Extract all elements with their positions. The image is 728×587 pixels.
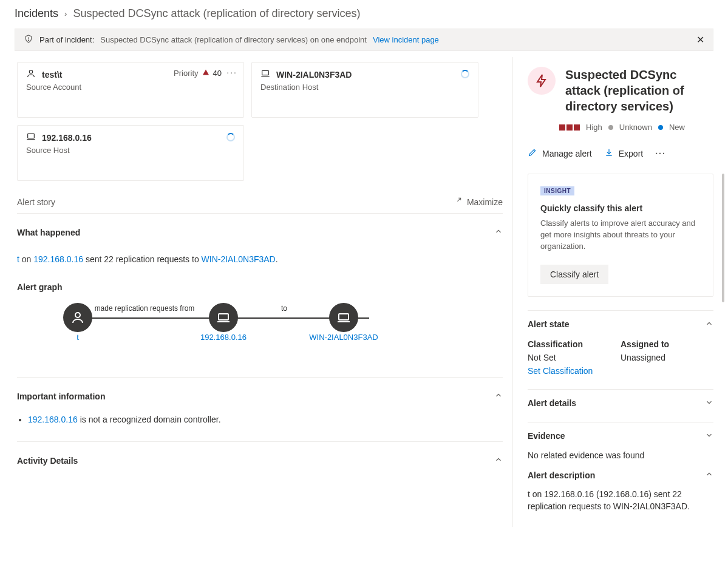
- alert-state-section: Alert state Classification Not Set Set C…: [528, 310, 713, 376]
- loading-spinner-icon: [226, 133, 235, 141]
- breadcrumb-root[interactable]: Incidents: [15, 7, 58, 20]
- destination-host-card[interactable]: WIN-2IAL0N3F3AD Destination Host: [251, 62, 478, 118]
- alert-badges: High Unknown New: [559, 123, 728, 141]
- pencil-icon: [528, 148, 537, 159]
- svg-rect-7: [339, 314, 349, 320]
- user-icon: [63, 303, 92, 332]
- entity-cards: test\t Source Account Priority 40 ···: [17, 62, 503, 181]
- classification-value: Not Set: [528, 353, 621, 362]
- section-title: Important information: [17, 392, 105, 401]
- status-dot-icon: [608, 125, 613, 130]
- section-title: Alert description: [528, 470, 595, 480]
- alert-details-section: Alert details: [528, 389, 713, 409]
- chevron-up-icon: [494, 455, 503, 466]
- alert-description-header[interactable]: Alert description: [528, 470, 713, 480]
- section-title: Evidence: [528, 431, 565, 441]
- evidence-section: Evidence No related evidence was found: [528, 422, 713, 462]
- scrollbar[interactable]: [722, 174, 724, 512]
- alert-details-header[interactable]: Alert details: [528, 398, 713, 409]
- node-label[interactable]: t: [77, 333, 79, 342]
- important-info-header[interactable]: Important information: [17, 391, 503, 401]
- manage-alert-label: Manage alert: [542, 149, 592, 158]
- export-button[interactable]: Export: [604, 148, 643, 159]
- section-title: What happened: [17, 228, 80, 237]
- loading-spinner-icon: [461, 70, 469, 78]
- insight-body: Classify alerts to improve alert accurac…: [540, 218, 701, 253]
- severity-label: High: [586, 123, 602, 132]
- svg-point-2: [29, 70, 32, 73]
- maximize-label: Maximize: [467, 197, 503, 207]
- section-title: Activity Details: [17, 456, 78, 466]
- assigned-value: Unassigned: [621, 353, 713, 362]
- banner-body: Suspected DCSync attack (replication of …: [100, 35, 367, 44]
- alert-graph-header: Alert graph: [17, 282, 503, 292]
- export-label: Export: [619, 149, 643, 158]
- svg-rect-3: [262, 70, 269, 75]
- card-title: test\t: [42, 70, 62, 80]
- alert-state-header[interactable]: Alert state: [528, 319, 713, 330]
- alert-graph: made replication requests from to t 192.…: [17, 303, 503, 370]
- breadcrumb-separator: ›: [64, 9, 67, 18]
- what-happened-body: t on 192.168.0.16 sent 22 replication re…: [17, 254, 503, 264]
- source-account-card[interactable]: test\t Source Account Priority 40 ···: [17, 62, 244, 118]
- classify-alert-button[interactable]: Classify alert: [540, 265, 608, 284]
- evidence-header[interactable]: Evidence: [528, 431, 713, 441]
- graph-node-user[interactable]: t: [41, 303, 114, 342]
- chevron-up-icon: [705, 319, 713, 330]
- priority-value: 40: [213, 69, 222, 78]
- state-badge: New: [669, 123, 685, 132]
- insight-card: INSIGHT Quickly classify this alert Clas…: [528, 174, 713, 297]
- set-classification-link[interactable]: Set Classification: [528, 366, 593, 376]
- activity-details-header[interactable]: Activity Details: [17, 455, 503, 466]
- svg-rect-4: [28, 134, 35, 138]
- laptop-icon: [260, 69, 270, 80]
- chevron-down-icon: [705, 398, 713, 409]
- what-happened-header[interactable]: What happened: [17, 227, 503, 237]
- ip-link[interactable]: 192.168.0.16: [28, 415, 78, 424]
- banner-prefix: Part of incident:: [39, 35, 94, 44]
- graph-node-source-host[interactable]: 192.168.0.16: [187, 303, 260, 342]
- svg-point-5: [75, 313, 80, 317]
- alert-title: Suspected DCSync attack (replication of …: [565, 67, 713, 114]
- chevron-up-icon: [705, 470, 713, 480]
- section-title: Alert details: [528, 398, 576, 408]
- graph-node-dest-host[interactable]: WIN-2IAL0N3F3AD: [307, 303, 380, 342]
- evidence-body: No related evidence was found: [528, 450, 713, 462]
- insight-title: Quickly classify this alert: [540, 203, 701, 213]
- card-subtitle: Source Host: [26, 146, 235, 155]
- card-title: 192.168.0.16: [42, 133, 92, 143]
- manage-alert-button[interactable]: Manage alert: [528, 148, 592, 159]
- alert-story-title: Alert story: [17, 197, 55, 207]
- close-icon[interactable]: ✕: [696, 34, 704, 46]
- alert-description-body: t on 192.168.0.16 (192.168.0.16) sent 22…: [528, 489, 713, 512]
- node-label[interactable]: 192.168.0.16: [200, 333, 247, 342]
- alert-description-section: Alert description t on 192.168.0.16 (192…: [528, 467, 713, 512]
- host-link[interactable]: WIN-2IAL0N3F3AD: [202, 254, 276, 264]
- card-title: WIN-2IAL0N3F3AD: [276, 70, 352, 80]
- side-actions: Manage alert Export ···: [513, 141, 728, 170]
- source-host-card[interactable]: 192.168.0.16 Source Host: [17, 125, 244, 181]
- user-icon: [26, 69, 36, 80]
- main-content: test\t Source Account Priority 40 ···: [0, 51, 512, 527]
- classification-badge: Unknown: [619, 123, 652, 132]
- section-title: Alert state: [528, 319, 569, 329]
- maximize-button[interactable]: Maximize: [454, 197, 503, 207]
- severity-icon: [559, 124, 580, 131]
- chevron-up-icon: [494, 227, 503, 237]
- list-item: 192.168.0.16 is not a recognized domain …: [28, 415, 503, 424]
- ip-link[interactable]: 192.168.0.16: [33, 254, 83, 264]
- laptop-icon: [26, 132, 36, 143]
- view-incident-link[interactable]: View incident page: [373, 35, 439, 44]
- section-title: Alert graph: [17, 282, 63, 292]
- more-actions-icon[interactable]: ···: [655, 149, 666, 158]
- classification-label: Classification: [528, 339, 621, 349]
- incident-banner: Part of incident: Suspected DCSync attac…: [15, 29, 713, 51]
- maximize-icon: [454, 197, 462, 207]
- side-panel: Suspected DCSync attack (replication of …: [512, 57, 728, 527]
- chevron-down-icon: [705, 431, 713, 441]
- priority-icon: [202, 69, 209, 78]
- breadcrumb-leaf: Suspected DCSync attack (replication of …: [73, 7, 360, 20]
- card-more-icon[interactable]: ···: [226, 67, 237, 77]
- laptop-icon: [329, 303, 358, 332]
- node-label[interactable]: WIN-2IAL0N3F3AD: [309, 333, 378, 342]
